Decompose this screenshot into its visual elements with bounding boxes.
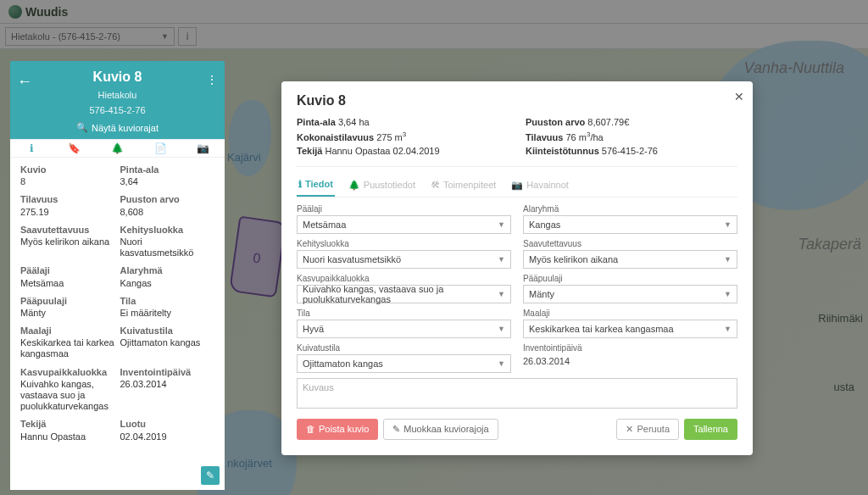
edit-borders-button[interactable]: ✎Muokkaa kuviorajoja	[383, 419, 498, 440]
detail-value: Kangas	[120, 278, 215, 289]
back-arrow-icon[interactable]: ←	[17, 73, 32, 91]
tab-report-icon[interactable]: 📄	[139, 140, 182, 157]
tree-icon: 🌲	[348, 180, 360, 191]
modal-footer: 🗑Poista kuvio ✎Muokkaa kuviorajoja ✕Peru…	[297, 419, 737, 440]
field-label: Saavutettavuus	[523, 239, 737, 248]
save-button[interactable]: Tallenna	[684, 419, 737, 440]
property-id: 576-415-2-76	[19, 105, 216, 115]
detail-value: Myös kelirikon aikana	[20, 236, 115, 248]
detail-label: Tekijä	[20, 419, 115, 430]
detail-value: 275.19	[20, 207, 115, 218]
field-label: Päälaji	[297, 204, 511, 214]
detail-value: Mänty	[20, 308, 115, 319]
chevron-down-icon: ▼	[498, 255, 505, 264]
tab-puustotiedot[interactable]: 🌲Puustotiedot	[347, 175, 417, 197]
chevron-down-icon: ▼	[498, 359, 505, 368]
chevron-down-icon: ▼	[498, 220, 505, 229]
detail-label: Inventointipäivä	[120, 367, 215, 378]
chevron-down-icon: ▼	[724, 220, 732, 229]
detail-label: Tilavuus	[20, 194, 115, 205]
detail-value: 8,608	[120, 207, 215, 218]
detail-label: Päälaji	[20, 265, 115, 276]
detail-label: Tila	[120, 296, 215, 307]
detail-value: Keskikarkea tai karkea kangasmaa	[20, 337, 115, 359]
close-icon[interactable]: ✕	[734, 90, 744, 103]
chevron-down-icon: ▼	[724, 325, 732, 333]
info-label: Tilavuus	[526, 132, 563, 142]
alaryhma-select[interactable]: Kangas▼	[523, 215, 737, 234]
detail-value: 3,64	[120, 176, 215, 187]
cancel-button[interactable]: ✕Peruuta	[616, 419, 679, 440]
field-label: Kehitysluokka	[297, 239, 511, 248]
trash-icon: 🗑	[306, 424, 315, 434]
tools-icon: 🛠	[431, 180, 440, 190]
tab-tree-icon[interactable]: 🌲	[96, 140, 139, 157]
tab-toimenpiteet[interactable]: 🛠Toimenpiteet	[429, 175, 498, 197]
detail-label: Maalaji	[20, 325, 115, 336]
info-value: 3,64 ha	[338, 117, 370, 127]
detail-label: Kasvupaikkaluokka	[20, 367, 115, 378]
tab-tiedot[interactable]: ℹTiedot	[297, 175, 335, 197]
kuivatustila-select[interactable]: Ojittamaton kangas▼	[297, 354, 511, 373]
field-label: Maalaji	[523, 309, 737, 318]
info-label: Kokonaistilavuus	[297, 132, 374, 142]
paalaji-select[interactable]: Metsämaa▼	[297, 215, 511, 234]
info-value: 76 m3/ha	[566, 132, 604, 142]
info-value: 8,607.79€	[587, 117, 629, 127]
detail-label: Saavutettavuus	[20, 225, 115, 236]
info-value: 576-415-2-76	[602, 146, 658, 156]
tab-tag-icon[interactable]: 🔖	[53, 140, 97, 157]
detail-value: Kuivahko kangas, vastaava suo ja puolukk…	[20, 379, 115, 413]
edit-kuvio-modal: ✕ Kuvio 8 Pinta-ala 3,64 ha Puuston arvo…	[281, 81, 753, 455]
show-borders-link[interactable]: 🔍 Näytä kuviorajat	[19, 122, 216, 133]
detail-value: Metsämaa	[20, 278, 115, 289]
tab-camera-icon[interactable]: 📷	[181, 140, 225, 157]
info-label: Pinta-ala	[297, 117, 336, 127]
chevron-down-icon: ▼	[498, 290, 505, 298]
maalaji-select[interactable]: Keskikarkea tai karkea kangasmaa▼	[523, 320, 737, 338]
tab-havainnot[interactable]: 📷Havainnot	[509, 175, 570, 197]
info-label: Kiinteistötunnus	[526, 146, 599, 156]
info-label: Tekijä	[297, 146, 322, 156]
modal-form: PäälajiMetsämaa▼ AlaryhmäKangas▼ Kehitys…	[297, 204, 737, 409]
detail-label: Pinta-ala	[120, 164, 215, 175]
tab-info-icon[interactable]: ℹ	[10, 140, 53, 157]
detail-value: Ojittamaton kangas	[120, 337, 215, 348]
saavutettavuus-select[interactable]: Myös kelirikon aikana▼	[523, 250, 737, 269]
kuvaus-textarea[interactable]: Kuvaus	[297, 378, 737, 409]
info-label: Puuston arvo	[526, 117, 585, 127]
detail-label: Luotu	[120, 419, 215, 430]
edit-icon: ✎	[392, 424, 400, 435]
inventointi-date: 26.03.2014	[523, 354, 737, 366]
kebab-menu-icon[interactable]: ⋮	[206, 73, 218, 86]
detail-label: Puuston arvo	[120, 194, 215, 205]
kasvupaikkaluokka-select[interactable]: Kuivahko kangas, vastaava suo ja puolukk…	[297, 285, 511, 303]
detail-panel: Kuvio8 Pinta-ala3,64 Tilavuus275.19 Puus…	[10, 158, 225, 490]
modal-tabs: ℹTiedot 🌲Puustotiedot 🛠Toimenpiteet 📷Hav…	[297, 175, 737, 197]
detail-value: 02.04.2019	[120, 431, 215, 442]
camera-icon: 📷	[511, 180, 523, 191]
chevron-down-icon: ▼	[724, 255, 732, 264]
detail-label: Pääpuulaji	[20, 296, 115, 307]
info-value: Hannu Opastaa 02.04.2019	[325, 146, 439, 156]
field-label: Tila	[297, 309, 511, 318]
kehitysluokka-select[interactable]: Nuori kasvatusmetsikkö▼	[297, 250, 511, 269]
detail-value: Ei määritelty	[120, 308, 215, 319]
edit-button[interactable]: ✎	[201, 466, 220, 485]
kuvio-header-card: ← ⋮ Kuvio 8 Hietakolu 576-415-2-76 🔍 Näy…	[10, 61, 225, 142]
chevron-down-icon: ▼	[724, 290, 732, 298]
tila-select[interactable]: Hyvä▼	[297, 320, 511, 338]
field-label: Kasvupaikkaluokka	[297, 274, 511, 283]
delete-kuvio-button[interactable]: 🗑Poista kuvio	[297, 419, 378, 440]
detail-label: Kuivatustila	[120, 325, 215, 336]
detail-tabs-strip: ℹ 🔖 🌲 📄 📷	[10, 139, 225, 158]
modal-info-grid: Pinta-ala 3,64 ha Puuston arvo 8,607.79€…	[297, 117, 737, 167]
chevron-down-icon: ▼	[498, 325, 505, 333]
detail-value: 26.03.2014	[120, 379, 215, 390]
modal-title: Kuvio 8	[297, 93, 737, 108]
field-label: Alaryhmä	[523, 204, 737, 214]
kuvio-title: Kuvio 8	[19, 70, 216, 85]
paapuulaji-select[interactable]: Mänty▼	[523, 285, 737, 303]
info-icon: ℹ	[298, 179, 302, 190]
detail-label: Alaryhmä	[120, 265, 215, 276]
